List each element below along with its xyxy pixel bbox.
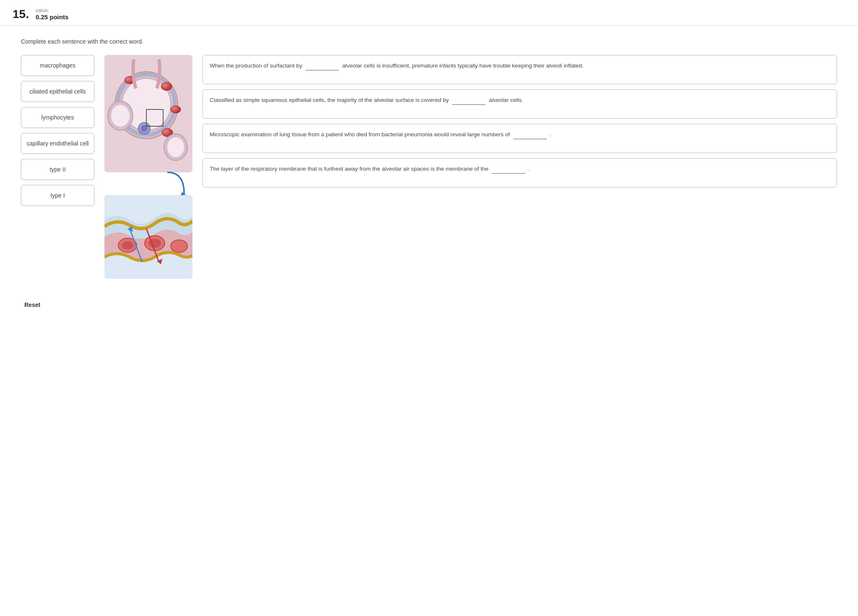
reset-button[interactable]: Reset [21, 300, 44, 310]
sentence1-after: alveolar cells is insufficient, prematur… [342, 62, 583, 69]
sentence-box-1: When the production of surfactant by alv… [203, 55, 837, 84]
question-header: 15. value: 0.25 points [0, 0, 858, 26]
svg-point-21 [171, 240, 187, 252]
sentence2-before: Classified as simple squamous epithelial… [210, 97, 449, 103]
sentence3-before: Microscopic examination of lung tissue f… [210, 131, 510, 138]
sentence4-blank[interactable] [492, 164, 525, 174]
drag-items-column: macrophages ciliated epithelial cells ly… [21, 55, 94, 206]
drag-item-type2[interactable]: type II [21, 159, 94, 180]
svg-point-5 [161, 82, 172, 91]
sentence1-blank[interactable] [305, 61, 339, 70]
svg-point-18 [122, 241, 133, 250]
drag-item-capillary[interactable]: capillary endothelial cell [21, 133, 94, 154]
sentence-box-3: Microscopic examination of lung tissue f… [203, 124, 837, 153]
question-body: Complete each sentence with the correct … [0, 26, 858, 287]
sentence4-after: . [528, 166, 530, 172]
sentence-box-2: Classified as simple squamous epithelial… [203, 89, 837, 119]
sentence4-before: The layer of the respiratory membrane th… [210, 166, 489, 172]
sentence-box-4: The layer of the respiratory membrane th… [203, 158, 837, 187]
sentence2-blank[interactable] [452, 96, 486, 105]
sentences-area: When the production of surfactant by alv… [203, 55, 837, 187]
points-value: 0.25 points [36, 13, 68, 21]
sentence3-after: . [550, 131, 551, 138]
instruction: Complete each sentence with the correct … [21, 38, 837, 45]
lung-illustration [104, 55, 192, 279]
drag-item-ciliated[interactable]: ciliated epithelial cells [21, 81, 94, 102]
svg-point-6 [171, 106, 181, 113]
sentence1-before: When the production of surfactant by [210, 62, 302, 69]
sentence3-blank[interactable] [513, 130, 547, 139]
drag-item-lymphocytes[interactable]: lymphocytes [21, 107, 94, 128]
value-label: value: [36, 8, 68, 13]
question-number: 15. [13, 8, 29, 21]
drag-item-macrophages[interactable]: macrophages [21, 55, 94, 76]
lung-image-top [104, 55, 192, 172]
arrow-connector [104, 172, 192, 193]
sentence2-after: alveolar cells. [489, 97, 523, 103]
question-meta: value: 0.25 points [36, 8, 68, 21]
content-area: macrophages ciliated epithelial cells ly… [21, 55, 837, 279]
lung-image-bottom [104, 195, 192, 279]
svg-point-9 [111, 105, 130, 127]
reset-area: Reset [0, 287, 858, 318]
drag-item-type1[interactable]: type I [21, 185, 94, 206]
svg-point-11 [167, 137, 184, 157]
